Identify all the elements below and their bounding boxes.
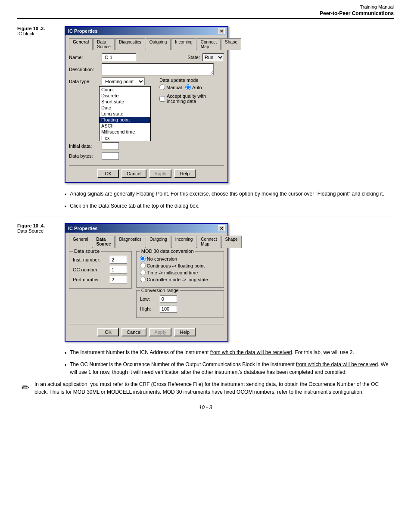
- figure1-row: Figure 10 .3. IC block IC Properties ✕ G…: [17, 26, 394, 183]
- radio-controller[interactable]: [140, 277, 146, 282]
- state-label: State:: [187, 55, 200, 60]
- low-input[interactable]: [160, 295, 177, 303]
- note-text: In an actual application, you must refer…: [34, 380, 389, 396]
- figure1-label: Figure 10 .3. IC block: [17, 26, 60, 36]
- dialog1-title: IC Properties: [68, 28, 97, 34]
- dialog1-cancel-button[interactable]: Cancel: [121, 169, 146, 178]
- dialog2-help-button[interactable]: Help: [174, 328, 196, 336]
- name-input[interactable]: [102, 53, 136, 61]
- tab2-incoming[interactable]: Incoming: [171, 236, 197, 248]
- data-update-label: Data update mode: [159, 78, 224, 83]
- dropdown-date[interactable]: Date: [100, 105, 150, 111]
- radio-no-conversion[interactable]: [140, 256, 146, 261]
- dropdown-ascii[interactable]: ASCII: [100, 123, 150, 129]
- tab2-connect-map[interactable]: Connect Map: [197, 236, 221, 248]
- radio-time[interactable]: [140, 270, 146, 275]
- radio-controller-label: Controller mode -> long state: [147, 277, 208, 282]
- radio-auto-item: Auto: [185, 84, 202, 90]
- conversion-range-title: Conversion range: [140, 288, 180, 293]
- figure2-sub: Data Source: [17, 228, 60, 233]
- radio-auto[interactable]: [185, 84, 191, 90]
- dialog1-help-button[interactable]: Help: [174, 169, 196, 178]
- dialog2-close-button[interactable]: ✕: [218, 225, 225, 231]
- radio-auto-label: Auto: [192, 85, 202, 90]
- tab2-general[interactable]: General: [69, 236, 92, 248]
- desc-input[interactable]: [102, 63, 214, 75]
- data-bytes-row: Data bytes:: [69, 152, 151, 160]
- dialog2-ok-button[interactable]: OK: [97, 328, 119, 336]
- tab2-diagnostics[interactable]: Diagnostics: [115, 236, 145, 248]
- data-source-group-title: Data source: [73, 249, 101, 254]
- figure2-row: Figure 10 .4. Data Source IC Properties …: [17, 223, 394, 342]
- dialog1-ok-button[interactable]: OK: [97, 169, 119, 178]
- initial-data-input[interactable]: [102, 142, 119, 150]
- bullet1-dot1: •: [65, 191, 66, 199]
- figure2-label: Figure 10 .4. Data Source: [17, 223, 60, 233]
- dropdown-hex[interactable]: Hex: [100, 135, 150, 141]
- initial-data-label: Initial data:: [69, 143, 99, 149]
- dropdown-floating-point[interactable]: Floating point: [100, 117, 150, 123]
- note-section: ✏ In an actual application, you must ref…: [17, 380, 394, 396]
- radio-update-group: Manual Auto: [159, 84, 224, 90]
- tab-general[interactable]: General: [69, 38, 93, 50]
- bullet1-text1: Analog signals are generally Floating Po…: [70, 190, 384, 198]
- dialog2-cancel-button[interactable]: Cancel: [121, 328, 146, 336]
- figure1-sub: IC block: [17, 31, 60, 36]
- tab-incoming[interactable]: Incoming: [171, 38, 196, 50]
- high-input[interactable]: [160, 305, 177, 313]
- dialog2-body: General Data Source Diagnostics Outgoing…: [65, 233, 227, 341]
- port-number-label: Port number:: [73, 277, 107, 282]
- conversion-range-content: Low: High:: [140, 295, 220, 313]
- radio-continuous[interactable]: [140, 263, 146, 268]
- high-label: High:: [140, 306, 157, 311]
- bullet2-item1: • The Instrument Number is the ICN Addre…: [65, 348, 394, 357]
- tab-diagnostics[interactable]: Diagnostics: [115, 38, 145, 50]
- state-select[interactable]: Run: [202, 53, 224, 61]
- tab2-outgoing[interactable]: Outgoing: [146, 236, 171, 248]
- radio-manual[interactable]: [159, 84, 165, 90]
- section-title: Peer-to-Peer Communications: [17, 10, 394, 19]
- bullet1-item1: • Analog signals are generally Floating …: [65, 190, 394, 199]
- oc-number-input[interactable]: [110, 266, 127, 274]
- bullet1-text2: Click on the Data Source tab at the top …: [70, 202, 199, 210]
- data-type-select[interactable]: Floating point: [102, 78, 145, 85]
- tab2-data-source[interactable]: Data Source: [93, 236, 115, 248]
- mod30-right: MOD 30 data conversion No conversion Con…: [136, 251, 224, 320]
- page-content: Figure 10 .3. IC block IC Properties ✕ G…: [0, 22, 411, 419]
- dialog1-close-button[interactable]: ✕: [218, 28, 225, 34]
- dialog1-buttons: OK Cancel Apply Help: [69, 165, 224, 180]
- dialog1-apply-button[interactable]: Apply: [149, 169, 171, 178]
- desc-row: Description:: [69, 63, 224, 75]
- training-manual-label: Training Manual: [17, 4, 394, 9]
- low-row: Low:: [140, 295, 220, 303]
- data-bytes-input[interactable]: [102, 152, 119, 160]
- oc-number-row: OC number:: [73, 266, 128, 274]
- dropdown-discrete[interactable]: Discrete: [100, 93, 150, 99]
- checkbox-quality[interactable]: [159, 96, 165, 102]
- tab2-shape[interactable]: Shape: [221, 236, 242, 248]
- dialog2-apply-button[interactable]: Apply: [149, 328, 171, 336]
- dropdown-millisecond[interactable]: Millisecond time: [100, 129, 150, 135]
- dropdown-count[interactable]: Count: [100, 87, 150, 93]
- high-row: High:: [140, 305, 220, 313]
- dialog2-titlebar: IC Properties ✕: [65, 224, 227, 233]
- data-source-group-box: Data source Inst. number: OC number:: [69, 251, 132, 289]
- tab-data-source[interactable]: Data Source: [93, 38, 115, 50]
- dropdown-short-state[interactable]: Short state: [100, 99, 150, 105]
- data-type-left: Data type: Floating point Count Discrete…: [69, 78, 151, 162]
- dialog1-tab-bar: General Data Source Diagnostics Outgoing…: [69, 38, 224, 50]
- inst-number-input[interactable]: [110, 256, 127, 264]
- tab-connect-map[interactable]: Connect Map: [197, 38, 221, 50]
- port-number-input[interactable]: [110, 276, 127, 283]
- data-type-label: Data type:: [69, 79, 99, 84]
- bullet2-text2: The OC Number is the Occurrence Number o…: [70, 361, 394, 376]
- tab-outgoing[interactable]: Outgoing: [146, 38, 171, 50]
- bullet2-item2: • The OC Number is the Occurrence Number…: [65, 361, 394, 376]
- dropdown-long-state[interactable]: Long state: [100, 111, 150, 117]
- name-label: Name:: [69, 55, 99, 60]
- radio-continuous-label: Continuous -> floating point: [147, 263, 205, 268]
- ic-properties-dialog-2: IC Properties ✕ General Data Source Diag…: [65, 223, 228, 342]
- radio-manual-label: Manual: [166, 85, 182, 90]
- dialog2-buttons: OK Cancel Apply Help: [69, 324, 224, 338]
- tab-shape[interactable]: Shape: [221, 38, 241, 50]
